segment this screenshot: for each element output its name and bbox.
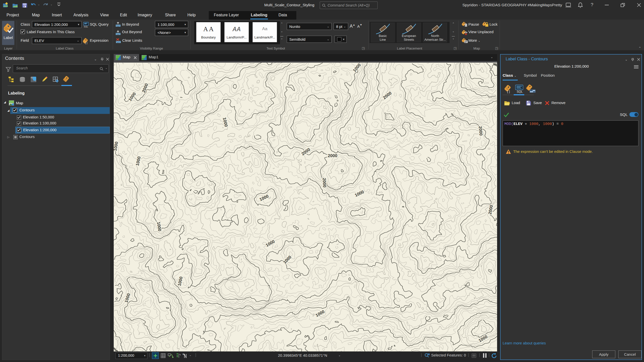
svg-text:[ ]: [ ] xyxy=(85,41,87,44)
svg-text:SQL: SQL xyxy=(517,90,523,93)
svg-text:N: N xyxy=(183,353,184,355)
svg-text:2000: 2000 xyxy=(328,153,337,158)
svg-text:2000: 2000 xyxy=(478,126,483,136)
svg-text:SQL: SQL xyxy=(84,25,88,28)
svg-text:[ ]: [ ] xyxy=(507,89,510,93)
svg-text:2000: 2000 xyxy=(322,178,327,188)
